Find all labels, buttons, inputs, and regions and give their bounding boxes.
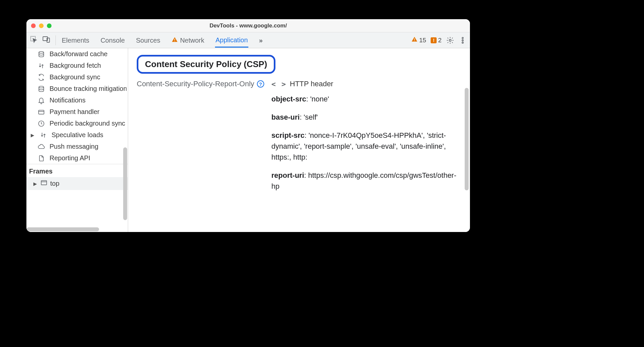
warnings-count: 15	[419, 37, 426, 44]
file-icon	[36, 155, 46, 162]
svg-point-10	[462, 42, 463, 43]
sidebar-item-bounce-tracking[interactable]: Bounce tracking mitigations	[26, 83, 128, 95]
kebab-menu-icon[interactable]	[459, 36, 467, 44]
devtools-window: DevTools - www.google.com/ Elements Cons…	[26, 19, 470, 232]
sidebar-item-notifications[interactable]: Notifications	[26, 95, 128, 106]
csp-directive-base-uri: base-uri: 'self'	[271, 112, 461, 123]
main-vertical-scrollbar[interactable]	[465, 88, 469, 190]
csp-policy-name-row: Content-Security-Policy-Report-Only ?	[137, 80, 264, 88]
divider	[55, 35, 56, 45]
csp-heading-highlight: Content Security Policy (CSP)	[137, 55, 275, 74]
tab-more-panels[interactable]: »	[258, 33, 263, 47]
settings-icon[interactable]	[446, 36, 454, 44]
expand-arrow-icon: ▶	[32, 181, 38, 186]
svg-rect-4	[174, 41, 175, 41]
inspect-element-icon[interactable]	[30, 35, 38, 45]
csp-policy-name: Content-Security-Policy-Report-Only	[137, 80, 254, 88]
sidebar-section-frames: Frames	[26, 164, 128, 177]
sidebar-vertical-scrollbar[interactable]	[123, 147, 127, 220]
sidebar-frame-top[interactable]: ▶ top	[26, 177, 128, 190]
tab-application[interactable]: Application	[215, 33, 249, 48]
window-icon	[40, 179, 48, 188]
svg-rect-13	[39, 110, 44, 114]
svg-point-9	[462, 40, 463, 41]
issues-count: 2	[438, 37, 442, 44]
svg-rect-16	[41, 181, 47, 185]
sidebar-item-speculative-loads[interactable]: ▶ Speculative loads	[26, 129, 128, 141]
application-sidebar: Back/forward cache Background fetch Back…	[26, 48, 128, 232]
csp-source-label: HTTP header	[290, 80, 334, 88]
bell-icon	[36, 97, 46, 104]
sidebar-item-reporting-api[interactable]: Reporting API	[26, 152, 128, 164]
help-icon[interactable]: ?	[257, 80, 264, 88]
cloud-icon	[36, 143, 46, 150]
sidebar-item-background-fetch[interactable]: Background fetch	[26, 60, 128, 71]
csp-panel: Content Security Policy (CSP) Content-Se…	[128, 48, 470, 232]
csp-directive-script-src: script-src: 'nonce-I-7rK04QpY5oeS4-HPPkh…	[271, 130, 461, 163]
expand-arrow-icon: ▶	[30, 133, 35, 138]
csp-directive-report-uri: report-uri: https://csp.withgoogle.com/c…	[271, 170, 461, 192]
csp-directive-object-src: object-src: 'none'	[271, 94, 461, 104]
window-titlebar: DevTools - www.google.com/	[26, 19, 470, 32]
clock-icon	[36, 120, 46, 127]
sidebar-item-bfcache[interactable]: Back/forward cache	[26, 48, 128, 60]
sidebar-item-push-messaging[interactable]: Push messaging	[26, 141, 128, 152]
database-icon	[36, 51, 46, 58]
sidebar-item-payment-handler[interactable]: Payment handler	[26, 106, 128, 118]
tab-sources[interactable]: Sources	[135, 33, 161, 47]
issues-badge[interactable]: ! 2	[431, 37, 442, 44]
svg-point-8	[462, 37, 463, 39]
svg-point-11	[39, 51, 44, 53]
transfer-icon	[38, 132, 48, 139]
svg-rect-3	[174, 39, 175, 40]
tab-elements[interactable]: Elements	[61, 33, 90, 47]
sidebar-horizontal-scrollbar[interactable]	[26, 227, 99, 231]
database-icon	[36, 85, 46, 93]
warning-icon	[411, 36, 418, 44]
code-icon: < >	[271, 80, 287, 88]
devtools-toolbar: Elements Console Sources Network Applica…	[26, 32, 470, 48]
sync-icon	[36, 74, 46, 81]
device-toolbar-icon[interactable]	[42, 35, 50, 45]
panel-tabs: Elements Console Sources Network Applica…	[61, 33, 263, 48]
svg-point-7	[449, 39, 451, 41]
svg-rect-5	[414, 39, 415, 40]
transfer-icon	[36, 62, 46, 69]
window-title: DevTools - www.google.com/	[26, 22, 470, 29]
svg-rect-6	[414, 40, 415, 41]
card-icon	[36, 108, 46, 116]
warning-icon	[171, 36, 178, 45]
svg-point-12	[39, 86, 44, 88]
issues-icon: !	[431, 37, 437, 43]
warnings-badge[interactable]: 15	[411, 36, 426, 44]
sidebar-item-periodic-sync[interactable]: Periodic background sync	[26, 118, 128, 129]
sidebar-item-background-sync[interactable]: Background sync	[26, 71, 128, 83]
tab-console[interactable]: Console	[100, 33, 125, 47]
tab-network[interactable]: Network	[171, 33, 205, 47]
panel-body: Back/forward cache Background fetch Back…	[26, 48, 470, 232]
csp-heading: Content Security Policy (CSP)	[145, 59, 267, 69]
